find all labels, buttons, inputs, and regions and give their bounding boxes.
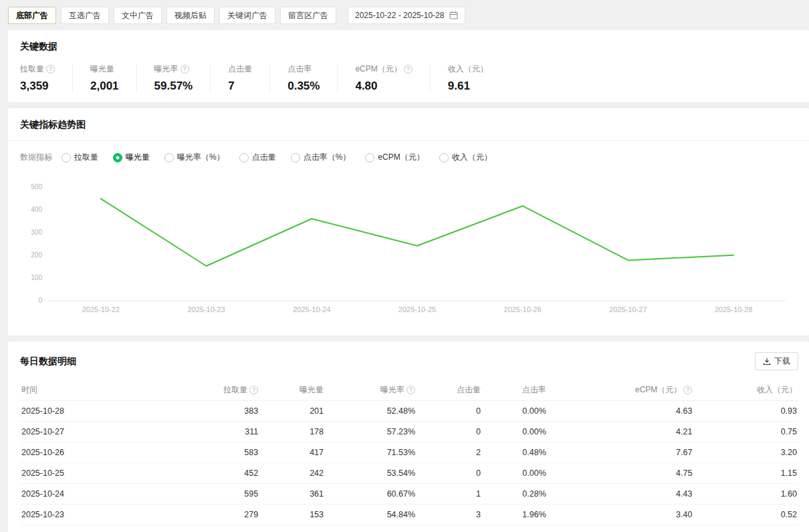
key-metric: 曝光率59.57% <box>154 63 211 93</box>
column-header: 曝光率 <box>325 380 417 400</box>
key-data-card: 关键数据 拉取量3,359曝光量2,001曝光率59.57%点击量7点击率0.3… <box>8 30 809 102</box>
ad-type-tab[interactable]: 视频后贴 <box>166 7 215 24</box>
cell-value: 756 <box>168 525 259 532</box>
cell-value: 583 <box>168 442 259 462</box>
key-data-title: 关键数据 <box>20 41 798 53</box>
metric-label: 点击量 <box>228 63 252 75</box>
metric-radio[interactable]: 点击率（%） <box>291 152 351 163</box>
ad-type-tabs: 底部广告互选广告文中广告视频后贴关键词广告留言区广告 <box>8 7 341 24</box>
y-tick-label: 0 <box>38 297 42 304</box>
key-metric: 点击率0.35% <box>287 63 338 93</box>
radio-label: 点击率（%） <box>304 152 351 163</box>
column-header: 拉取量 <box>168 380 259 400</box>
metric-label: 点击率 <box>287 63 320 75</box>
cell-value: 3.40 <box>548 504 694 525</box>
help-icon <box>683 386 692 394</box>
column-header-label: 点击率 <box>522 384 546 396</box>
metric-selector-caption: 数据指标 <box>20 152 52 163</box>
date-range-picker[interactable]: 2025-10-22 - 2025-10-28 <box>348 7 465 24</box>
radio-label: 曝光量 <box>126 152 150 163</box>
cell-value: 4.75 <box>548 462 694 483</box>
cell-value: 449 <box>259 525 325 532</box>
cell-value: 7.67 <box>548 442 694 462</box>
metric-label: 拉取量 <box>20 63 55 75</box>
metric-radio[interactable]: 点击量 <box>239 152 276 163</box>
metric-value: 59.57% <box>154 80 193 93</box>
table-row: 2025-10-2731117857.23%00.00%4.210.75 <box>20 421 798 442</box>
column-header: eCPM（元） <box>548 380 694 400</box>
cell-value: 71.53% <box>325 442 417 462</box>
daily-data-table: 时间拉取量曝光量曝光率点击量点击率eCPM（元）收入（元） 2025-10-28… <box>20 380 798 532</box>
column-header: 收入（元） <box>693 380 798 400</box>
radio-icon <box>365 153 374 162</box>
metric-radio-group: 拉取量曝光量曝光率（%）点击量点击率（%）eCPM（元）收入（元） <box>62 152 507 163</box>
column-header-label: 收入（元） <box>757 384 797 396</box>
metric-radio[interactable]: 曝光量 <box>113 152 150 163</box>
trend-series-line <box>101 198 733 266</box>
metric-label: eCPM（元） <box>355 63 412 75</box>
radio-label: eCPM（元） <box>378 152 424 163</box>
trend-line-chart: 01002003004005002025-10-222025-10-232025… <box>20 180 798 326</box>
cell-date: 2025-10-26 <box>20 442 168 462</box>
cell-value: 3 <box>417 504 482 525</box>
y-tick-label: 300 <box>31 229 42 236</box>
column-header: 时间 <box>20 380 168 400</box>
cell-value: 0.75 <box>693 421 798 442</box>
metric-value: 9.61 <box>448 80 488 93</box>
download-label: 下载 <box>774 356 790 367</box>
column-header-label: 时间 <box>21 384 37 396</box>
metric-selector-row: 数据指标 拉取量曝光量曝光率（%）点击量点击率（%）eCPM（元）收入（元） <box>20 152 798 163</box>
cell-value: 1.60 <box>693 483 798 504</box>
x-tick-label: 2025-10-26 <box>504 305 542 313</box>
column-header-label: 曝光量 <box>300 384 324 396</box>
x-tick-label: 2025-10-22 <box>82 305 120 313</box>
cell-value: 59.39% <box>325 525 417 532</box>
ad-type-tab[interactable]: 互选广告 <box>61 7 109 24</box>
column-header: 曝光量 <box>259 380 325 400</box>
radio-label: 拉取量 <box>74 152 98 163</box>
cell-value: 3.25 <box>548 525 694 532</box>
metric-radio[interactable]: 拉取量 <box>62 152 98 163</box>
table-row: 2025-10-2658341771.53%20.48%7.673.20 <box>20 442 798 462</box>
cell-date: 2025-10-24 <box>20 483 168 504</box>
cell-value: 1.15 <box>693 462 798 483</box>
cell-value: 0.22% <box>482 525 548 532</box>
metric-radio[interactable]: 收入（元） <box>439 152 492 163</box>
download-button[interactable]: 下载 <box>755 352 798 370</box>
ad-type-tab[interactable]: 文中广告 <box>114 7 162 24</box>
cell-value: 383 <box>168 400 259 421</box>
help-icon <box>404 65 413 74</box>
cell-date: 2025-10-27 <box>20 421 168 442</box>
cell-value: 53.54% <box>325 462 417 483</box>
metric-radio[interactable]: eCPM（元） <box>365 152 424 163</box>
cell-value: 57.23% <box>325 421 417 442</box>
cell-value: 1 <box>417 483 482 504</box>
radio-label: 收入（元） <box>452 152 492 163</box>
cell-value: 60.67% <box>325 483 417 504</box>
column-header: 点击量 <box>417 380 482 400</box>
metric-radio[interactable]: 曝光率（%） <box>164 152 225 163</box>
y-tick-label: 100 <box>31 274 42 281</box>
cell-date: 2025-10-25 <box>20 462 168 483</box>
table-body: 2025-10-2838320152.48%00.00%4.630.932025… <box>20 400 798 532</box>
cell-value: 4.63 <box>548 400 694 421</box>
ad-type-tab[interactable]: 关键词广告 <box>219 7 275 24</box>
table-row: 2025-10-2275644959.39%10.22%3.251.46 <box>20 525 798 532</box>
cell-value: 242 <box>259 462 325 483</box>
column-header-label: 点击量 <box>457 384 481 396</box>
cell-value: 452 <box>168 462 259 483</box>
trend-title: 关键指标趋势图 <box>20 119 798 131</box>
cell-value: 0.00% <box>482 462 548 483</box>
x-tick-label: 2025-10-24 <box>293 305 330 313</box>
table-row: 2025-10-2327915354.84%31.96%3.400.52 <box>20 504 798 525</box>
ad-type-tab[interactable]: 底部广告 <box>8 7 56 24</box>
radio-icon <box>291 153 300 162</box>
ad-type-tab[interactable]: 留言区广告 <box>280 7 336 24</box>
help-icon <box>181 65 189 74</box>
cell-value: 0.93 <box>693 400 798 421</box>
column-header-label: eCPM（元） <box>635 384 692 396</box>
radio-icon <box>113 153 122 162</box>
metric-value: 3,359 <box>20 80 55 93</box>
metric-label: 收入（元） <box>448 63 488 75</box>
cell-value: 52.48% <box>325 400 417 421</box>
